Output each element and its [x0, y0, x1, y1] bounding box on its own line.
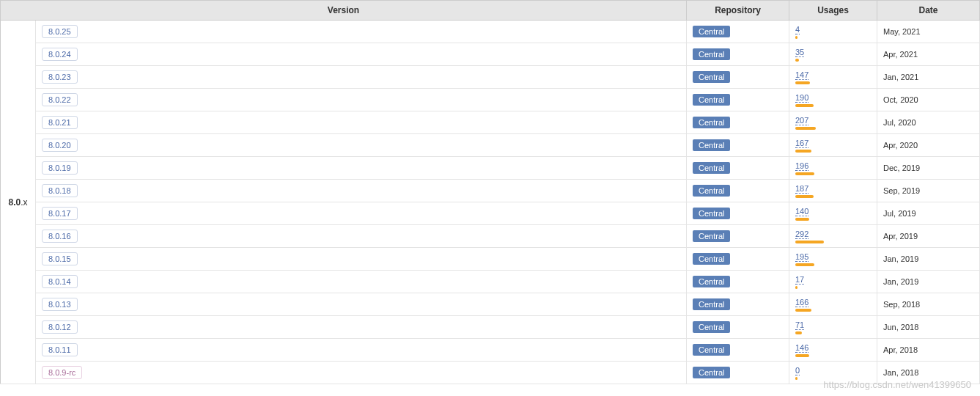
version-link[interactable]: 8.0.11	[42, 343, 78, 356]
version-cell: 8.0.23	[36, 66, 687, 89]
usages-cell: 35	[789, 43, 877, 66]
version-link[interactable]: 8.0.25	[42, 25, 78, 38]
usages-bar	[795, 241, 824, 243]
repository-badge[interactable]: Central	[693, 71, 730, 83]
repository-badge[interactable]: Central	[693, 162, 730, 174]
repository-badge[interactable]: Central	[693, 139, 730, 151]
version-cell: 8.0.11	[36, 339, 687, 362]
usages-link[interactable]: 140	[795, 207, 808, 216]
version-cell: 8.0.17	[36, 202, 687, 225]
usages-link[interactable]: 71	[795, 320, 804, 330]
repository-badge[interactable]: Central	[693, 185, 730, 197]
version-link[interactable]: 8.0.15	[42, 252, 78, 265]
usages-cell: 71	[789, 316, 877, 339]
date-text: Jul, 2020	[883, 118, 916, 127]
usages-link[interactable]: 187	[795, 184, 808, 194]
version-cell: 8.0.13	[36, 293, 687, 316]
version-link[interactable]: 8.0.14	[42, 275, 78, 288]
date-text: Jun, 2018	[883, 323, 918, 331]
usages-link[interactable]: 4	[795, 25, 800, 34]
repository-cell: Central	[687, 43, 789, 66]
version-group-prefix: 8.0	[8, 197, 21, 208]
version-link[interactable]: 8.0.22	[42, 93, 78, 106]
version-cell: 8.0.15	[36, 248, 687, 271]
table-header: Version Repository Usages Date	[1, 1, 980, 21]
repository-cell: Central	[687, 225, 789, 248]
repository-cell: Central	[687, 362, 789, 384]
usages-bar	[795, 36, 797, 39]
date-cell: Dec, 2019	[877, 157, 980, 180]
date-cell: Jan, 2019	[877, 271, 980, 293]
version-cell: 8.0.12	[36, 316, 687, 339]
date-cell: Sep, 2018	[877, 293, 980, 316]
version-link[interactable]: 8.0.18	[42, 184, 78, 197]
date-cell: Jul, 2020	[877, 111, 980, 134]
version-group-suffix: .x	[21, 197, 27, 208]
table-row: 8.0.11Central146Apr, 2018	[1, 339, 980, 362]
repository-badge[interactable]: Central	[693, 253, 730, 265]
usages-link[interactable]: 146	[795, 343, 808, 353]
version-link[interactable]: 8.0.13	[42, 298, 78, 311]
version-link[interactable]: 8.0.20	[42, 139, 78, 152]
usages-link[interactable]: 195	[795, 252, 808, 262]
repository-badge[interactable]: Central	[693, 117, 730, 128]
usages-cell: 207	[789, 111, 877, 134]
version-link[interactable]: 8.0.9-rc	[42, 366, 82, 379]
version-cell: 8.0.18	[36, 180, 687, 202]
version-link[interactable]: 8.0.12	[42, 320, 78, 334]
date-text: Apr, 2020	[883, 141, 918, 150]
usages-cell: 190	[789, 89, 877, 111]
repository-badge[interactable]: Central	[693, 26, 730, 37]
usages-bar	[795, 195, 814, 198]
usages-link[interactable]: 190	[795, 93, 808, 103]
date-cell: Apr, 2018	[877, 339, 980, 362]
date-text: Oct, 2020	[883, 95, 918, 104]
table-row: 8.0.21Central207Jul, 2020	[1, 111, 980, 134]
repository-badge[interactable]: Central	[693, 48, 730, 60]
usages-bar	[795, 331, 802, 334]
table-row: 8.0.18Central187Sep, 2019	[1, 180, 980, 202]
date-text: Apr, 2018	[883, 345, 918, 354]
usages-link[interactable]: 147	[795, 70, 808, 80]
repository-badge[interactable]: Central	[693, 230, 730, 242]
usages-link[interactable]: 292	[795, 230, 808, 239]
usages-bar	[795, 59, 799, 62]
usages-bar	[795, 81, 810, 84]
table-row: 8.0.15Central195Jan, 2019	[1, 248, 980, 271]
version-link[interactable]: 8.0.24	[42, 48, 78, 61]
version-link[interactable]: 8.0.16	[42, 230, 78, 243]
usages-link[interactable]: 167	[795, 139, 808, 148]
usages-link[interactable]: 207	[795, 116, 808, 125]
usages-link[interactable]: 196	[795, 161, 808, 171]
repository-badge[interactable]: Central	[693, 298, 730, 310]
version-link[interactable]: 8.0.21	[42, 116, 78, 129]
repository-badge[interactable]: Central	[693, 276, 730, 287]
usages-cell: 147	[789, 66, 877, 89]
usages-link[interactable]: 35	[795, 48, 804, 57]
date-cell: Oct, 2020	[877, 89, 980, 111]
date-text: Jan, 2018	[883, 368, 918, 377]
date-text: Sep, 2019	[883, 186, 920, 195]
version-link[interactable]: 8.0.17	[42, 207, 78, 220]
table-row: 8.0.13Central166Sep, 2018	[1, 293, 980, 316]
table-body: 8.0.x8.0.25Central4May, 20218.0.24Centra…	[1, 21, 980, 384]
version-link[interactable]: 8.0.23	[42, 70, 78, 84]
usages-link[interactable]: 166	[795, 298, 808, 307]
version-link[interactable]: 8.0.19	[42, 161, 78, 175]
usages-bar	[795, 377, 797, 380]
date-cell: Jan, 2019	[877, 248, 980, 271]
usages-link[interactable]: 17	[795, 275, 804, 285]
usages-cell: 166	[789, 293, 877, 316]
repository-badge[interactable]: Central	[693, 321, 730, 333]
repository-badge[interactable]: Central	[693, 94, 730, 106]
repository-badge[interactable]: Central	[693, 367, 730, 378]
repository-cell: Central	[687, 111, 789, 134]
date-text: Apr, 2021	[883, 50, 918, 59]
repository-badge[interactable]: Central	[693, 208, 730, 219]
version-cell: 8.0.22	[36, 89, 687, 111]
repository-cell: Central	[687, 339, 789, 362]
date-text: Jul, 2019	[883, 209, 916, 218]
usages-cell: 292	[789, 225, 877, 248]
repository-badge[interactable]: Central	[693, 344, 730, 356]
usages-link[interactable]: 0	[795, 366, 800, 375]
